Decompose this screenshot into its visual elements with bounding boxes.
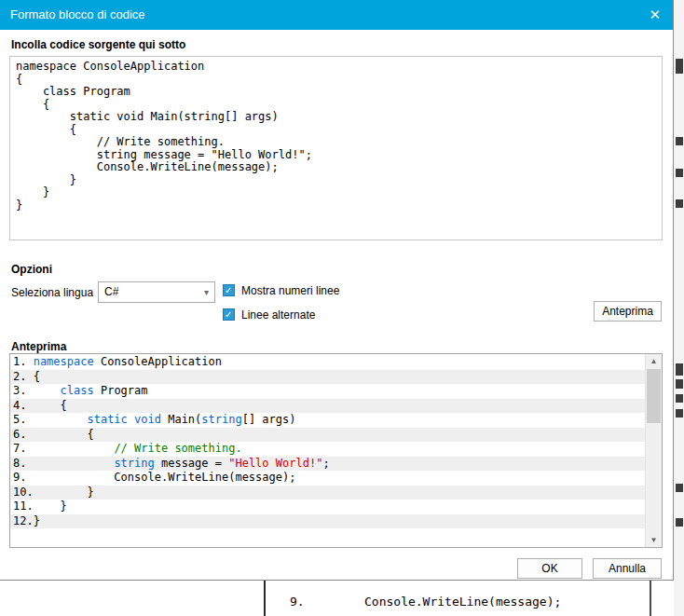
scrollbar-annotation-mark — [676, 59, 683, 74]
dialog-titlebar: Formato blocco di codice ✕ — [0, 0, 673, 30]
code-segment — [34, 442, 115, 455]
code-segment: } — [34, 500, 67, 513]
code-segment: Program — [94, 384, 148, 397]
preview-line: 6. { — [10, 428, 646, 443]
close-icon[interactable]: ✕ — [649, 0, 661, 30]
source-section-label: Incolla codice sorgente qui sotto — [11, 38, 185, 51]
preview-line-number: 5. — [13, 413, 34, 428]
code-segment: namespace — [34, 355, 94, 368]
background-code-row: 9. Console.WriteLine(message); — [0, 594, 684, 610]
language-select[interactable]: C# ▾ — [98, 281, 215, 303]
scroll-up-icon[interactable]: ▲ — [646, 357, 662, 365]
source-code-input[interactable]: namespace ConsoleApplication { class Pro… — [9, 56, 663, 240]
code-segment: static — [87, 413, 127, 426]
background-line-code: Console.WriteLine(message); — [364, 594, 561, 610]
code-segment: message = — [155, 457, 228, 470]
scrollbar-annotation-mark — [676, 199, 683, 208]
preview-line: 5. static void Main(string[] args) — [10, 413, 646, 428]
code-segment: class — [61, 384, 94, 397]
chevron-down-icon: ▾ — [204, 282, 209, 302]
checkmark-icon: ✓ — [225, 284, 232, 296]
preview-line-number: 12. — [13, 514, 34, 529]
preview-scrollbar[interactable]: ▲ ▼ — [645, 354, 662, 547]
preview-button[interactable]: Anteprima — [594, 301, 662, 322]
scrollbar-thumb[interactable] — [647, 369, 661, 423]
preview-line-number: 11. — [13, 500, 34, 514]
scrollbar-annotation-mark — [676, 394, 683, 403]
preview-line: 8. string message = "Hello World!"; — [10, 457, 646, 472]
scrollbar-annotation-mark — [676, 137, 683, 145]
code-segment: { — [34, 399, 67, 412]
scrollbar-annotation-mark — [676, 169, 683, 177]
scrollbar-annotation-mark — [676, 518, 683, 527]
preview-section-label: Anteprima — [11, 340, 66, 353]
code-segment: } — [34, 514, 40, 527]
code-segment: ; — [322, 457, 329, 470]
cancel-button[interactable]: Annulla — [593, 558, 662, 579]
page-scrollbar-strip[interactable] — [674, 0, 684, 616]
code-segment: string — [114, 457, 154, 470]
language-selected-value: C# — [104, 282, 118, 302]
code-segment: { — [34, 428, 94, 441]
dialog-title: Formato blocco di codice — [10, 0, 145, 30]
code-segment: void — [134, 413, 161, 426]
scrollbar-annotation-mark — [676, 379, 683, 389]
preview-line-number: 8. — [13, 457, 34, 472]
preview-line: 10. } — [10, 486, 646, 500]
code-segment: Console.WriteLine(message); — [34, 471, 296, 484]
code-segment: "Hello World!" — [228, 457, 322, 470]
preview-line-number: 2. — [13, 370, 34, 385]
code-block-format-dialog: Formato blocco di codice ✕ Incolla codic… — [0, 0, 674, 581]
preview-line-number: 6. — [13, 428, 34, 443]
scrollbar-annotation-mark — [676, 363, 683, 376]
preview-code-lines: 1.namespace ConsoleApplication2.{3. clas… — [10, 355, 646, 528]
preview-line: 11. } — [10, 500, 646, 514]
preview-line: 9. Console.WriteLine(message); — [10, 471, 646, 486]
background-line-number: 9. — [290, 594, 305, 610]
code-segment: ConsoleApplication — [94, 355, 222, 368]
code-segment: string — [201, 413, 241, 426]
code-segment — [34, 384, 61, 397]
preview-line-number: 9. — [13, 471, 34, 486]
checkbox-checked-icon: ✓ — [223, 284, 235, 296]
preview-line-number: 1. — [13, 355, 34, 370]
code-segment — [34, 457, 115, 470]
code-segment: Main( — [161, 413, 201, 426]
code-segment: [] args) — [242, 413, 296, 426]
preview-pane: 1.namespace ConsoleApplication2.{3. clas… — [9, 353, 663, 548]
preview-line: 1.namespace ConsoleApplication — [10, 355, 646, 370]
code-segment: { — [34, 370, 40, 383]
preview-line: 4. { — [10, 399, 646, 414]
code-segment — [128, 413, 134, 426]
checkbox-show-line-numbers-label: Mostra numeri linee — [241, 283, 339, 298]
preview-line-number: 3. — [13, 384, 34, 399]
options-section-label: Opzioni — [11, 263, 52, 276]
preview-line-number: 7. — [13, 442, 34, 457]
checkbox-alternate-lines-label: Linee alternate — [241, 308, 315, 322]
screen: 9. Console.WriteLine(message); Formato b… — [0, 0, 684, 616]
code-segment: // Write something. — [114, 442, 241, 455]
preview-line-number: 4. — [13, 399, 34, 414]
checkmark-icon: ✓ — [225, 308, 232, 321]
code-segment — [34, 413, 88, 426]
code-segment: } — [34, 486, 94, 499]
preview-line-number: 10. — [13, 486, 34, 500]
language-label: Seleziona lingua — [11, 286, 93, 299]
preview-line: 7. // Write something. — [10, 442, 646, 457]
scrollbar-annotation-mark — [676, 409, 683, 418]
scroll-down-icon[interactable]: ▼ — [646, 536, 662, 544]
preview-line: 2.{ — [10, 370, 646, 385]
checkbox-checked-icon: ✓ — [223, 308, 235, 321]
scrollbar-annotation-mark — [676, 484, 683, 492]
preview-line: 12.} — [10, 514, 646, 529]
ok-button[interactable]: OK — [517, 558, 582, 579]
preview-line: 3. class Program — [10, 384, 646, 399]
